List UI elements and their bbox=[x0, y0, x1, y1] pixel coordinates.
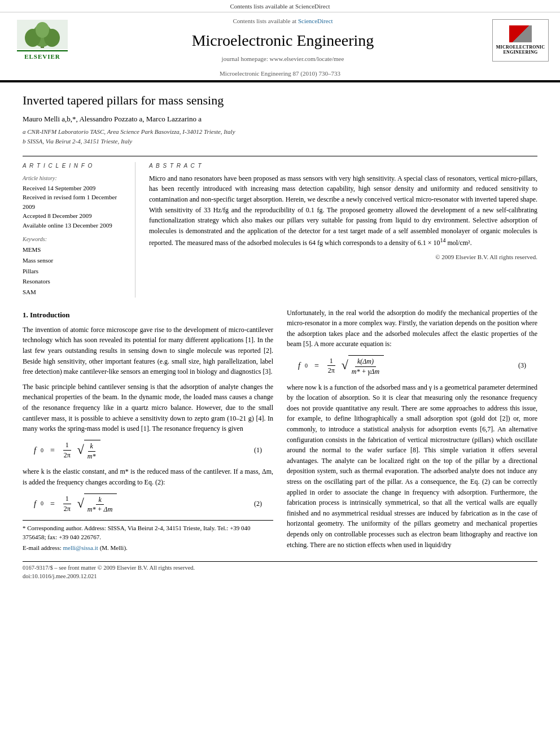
equation-1-block: f0 = 1 2π k m* (1 bbox=[23, 440, 273, 461]
keywords-list: MEMS Mass sensor Pillars Resonators SAM bbox=[23, 244, 126, 297]
eq1-numerator: 1 bbox=[63, 440, 71, 451]
eq1-sqrt: k m* bbox=[77, 440, 100, 461]
eq2-kfrac: k m* + Δm bbox=[85, 495, 115, 515]
eq1-mstar: m* bbox=[85, 452, 98, 461]
history-label: Article history: bbox=[23, 174, 126, 182]
eq3-numerator: 1 bbox=[327, 356, 335, 366]
footnote-email: E-mail address: melli@sissa.it (M. Melli… bbox=[23, 544, 273, 552]
eq1-sqrt-inner: k m* bbox=[84, 440, 100, 461]
eq3-sqrt-inner: k(Δm) m* + γΔm bbox=[348, 355, 384, 377]
received-revised-date: Received in revised form 1 December 2009 bbox=[23, 193, 126, 211]
journal-title-center: Contents lists available at ScienceDirec… bbox=[73, 17, 492, 63]
footer-doi: doi:10.1016/j.mee.2009.12.021 bbox=[23, 573, 537, 581]
eq2-denominator: 2π bbox=[62, 504, 73, 514]
eq3-f0: f bbox=[298, 360, 300, 372]
equation-2-block: f0 = 1 2π k m* + Δm bbox=[23, 493, 273, 515]
keyword-pillars: Pillars bbox=[23, 266, 126, 277]
journal-logo-icon bbox=[509, 25, 532, 42]
eq3-sub0: 0 bbox=[305, 362, 308, 370]
eq3-kfrac: k(Δm) m* + γΔm bbox=[349, 357, 382, 377]
keyword-sam: SAM bbox=[23, 287, 126, 298]
footer-issn: 0167-9317/$ – see front matter © 2009 El… bbox=[23, 564, 537, 573]
article-info-abstract-section: A R T I C L E I N F O Article history: R… bbox=[23, 156, 537, 298]
page-footer: 0167-9317/$ – see front matter © 2009 El… bbox=[23, 561, 537, 580]
eq1-f0: f bbox=[34, 445, 36, 456]
main-content: Inverted tapered pillars for mass sensin… bbox=[0, 82, 560, 592]
intro-para1: The invention of atomic force microscope… bbox=[23, 325, 273, 377]
keyword-mass-sensor: Mass sensor bbox=[23, 255, 126, 266]
body-two-col: 1. Introduction The invention of atomic … bbox=[23, 308, 537, 555]
keywords-label: Keywords: bbox=[23, 235, 126, 243]
body-left-col: 1. Introduction The invention of atomic … bbox=[23, 308, 273, 555]
equation-1-content: f0 = 1 2π k m* bbox=[34, 440, 100, 461]
email-link[interactable]: melli@sissa.it bbox=[63, 544, 98, 551]
right-para1: Unfortunately, in the real world the ads… bbox=[287, 308, 537, 350]
eq2-fraction: 1 2π bbox=[62, 494, 73, 514]
journal-logo-text: MICROELECTRONIC ENGINEERING bbox=[496, 45, 545, 55]
keyword-resonators: Resonators bbox=[23, 276, 126, 287]
eq3-k-delta: k(Δm) bbox=[355, 357, 376, 367]
accepted-date: Accepted 8 December 2009 bbox=[23, 211, 126, 221]
available-date: Available online 13 December 2009 bbox=[23, 221, 126, 230]
authors-line: Mauro Melli a,b,*, Alessandro Pozzato a,… bbox=[23, 114, 537, 124]
journal-logo-right: MICROELECTRONIC ENGINEERING bbox=[492, 19, 549, 62]
elsevier-logo: ELSEVIER bbox=[11, 19, 73, 62]
elsevier-text: ELSEVIER bbox=[17, 50, 68, 61]
abstract-text: Micro and nano resonators have been prop… bbox=[149, 173, 537, 248]
eq2-number: (2) bbox=[254, 499, 262, 509]
eq1-equals: = bbox=[50, 445, 55, 456]
density-unit: mol/cm². bbox=[445, 239, 471, 247]
article-page-line: Microelectronic Engineering 87 (2010) 73… bbox=[0, 68, 560, 81]
eq3-fraction: 1 2π bbox=[326, 356, 337, 376]
copyright-notice: © 2009 Elsevier B.V. All rights reserved… bbox=[149, 253, 537, 261]
equation-3-content: f0 = 1 2π k(Δm) m* + γΔm bbox=[298, 355, 384, 377]
journal-header: Contents lists available at ScienceDirec… bbox=[0, 0, 560, 82]
contents-label: Contents lists available at ScienceDirec… bbox=[230, 3, 330, 10]
eq1-denominator: 2π bbox=[62, 451, 73, 460]
journal-banner: ELSEVIER Contents lists available at Sci… bbox=[0, 12, 560, 68]
intro-para2: The basic principle behind cantilever se… bbox=[23, 382, 273, 434]
svg-point-5 bbox=[36, 22, 49, 38]
received-date: Received 14 September 2009 bbox=[23, 184, 126, 193]
sciencedirect-link[interactable]: ScienceDirect bbox=[298, 18, 333, 24]
intro-para3: where k is the elastic constant, and m* … bbox=[23, 466, 273, 487]
elsevier-tree-image bbox=[17, 20, 68, 49]
affil-a: a CNR-INFM Laboratorio TASC, Area Scienc… bbox=[23, 127, 537, 137]
eq3-equals: = bbox=[314, 360, 319, 372]
keyword-mems: MEMS bbox=[23, 244, 126, 255]
eq2-f0: f bbox=[34, 499, 36, 510]
eq2-sqrt: k m* + Δm bbox=[77, 493, 117, 515]
eq2-numerator: 1 bbox=[63, 494, 71, 504]
eq2-sqrt-inner: k m* + Δm bbox=[84, 493, 117, 515]
contents-line: Contents lists available at ScienceDirec… bbox=[73, 17, 492, 25]
footnote-section: * Corresponding author. Address: SISSA, … bbox=[23, 520, 273, 552]
article-info-label: A R T I C L E I N F O bbox=[23, 162, 126, 170]
eq2-sub0: 0 bbox=[41, 500, 43, 508]
article-info-col: A R T I C L E I N F O Article history: R… bbox=[23, 162, 135, 298]
eq3-sqrt: k(Δm) m* + γΔm bbox=[342, 355, 384, 377]
author-names: Mauro Melli a,b,*, Alessandro Pozzato a,… bbox=[23, 115, 202, 123]
eq2-mdenom: m* + Δm bbox=[85, 505, 115, 514]
journal-main-title: Microelectronic Engineering bbox=[73, 29, 492, 51]
footnote-corresponding: * Corresponding author. Address: SISSA, … bbox=[23, 524, 273, 541]
eq1-number: (1) bbox=[254, 445, 262, 455]
eq3-mdenom: m* + γΔm bbox=[349, 367, 382, 377]
eq1-sub0: 0 bbox=[41, 447, 43, 455]
sciencedirect-bar: Contents lists available at ScienceDirec… bbox=[0, 0, 560, 12]
abstract-col: A B S T R A C T Micro and nano resonator… bbox=[149, 162, 537, 298]
equation-3-block: f0 = 1 2π k(Δm) m* + γΔm bbox=[287, 355, 537, 377]
eq3-number: (3) bbox=[518, 361, 526, 370]
eq2-k: k bbox=[96, 495, 103, 505]
abstract-body: Micro and nano resonators have been prop… bbox=[149, 174, 537, 247]
abstract-label: A B S T R A C T bbox=[149, 162, 537, 170]
eq1-fraction: 1 2π bbox=[62, 440, 73, 460]
body-right-col: Unfortunately, in the real world the ads… bbox=[287, 308, 537, 555]
equation-2-content: f0 = 1 2π k m* + Δm bbox=[34, 493, 117, 515]
affiliations: a CNR-INFM Laboratorio TASC, Area Scienc… bbox=[23, 127, 537, 147]
journal-homepage: journal homepage: www.elsevier.com/locat… bbox=[73, 55, 492, 63]
eq2-equals: = bbox=[50, 499, 55, 510]
intro-heading: 1. Introduction bbox=[23, 310, 273, 320]
article-title: Inverted tapered pillars for mass sensin… bbox=[23, 93, 537, 109]
eq3-denominator: 2π bbox=[326, 366, 337, 375]
eq1-kfrac: k m* bbox=[85, 442, 98, 461]
